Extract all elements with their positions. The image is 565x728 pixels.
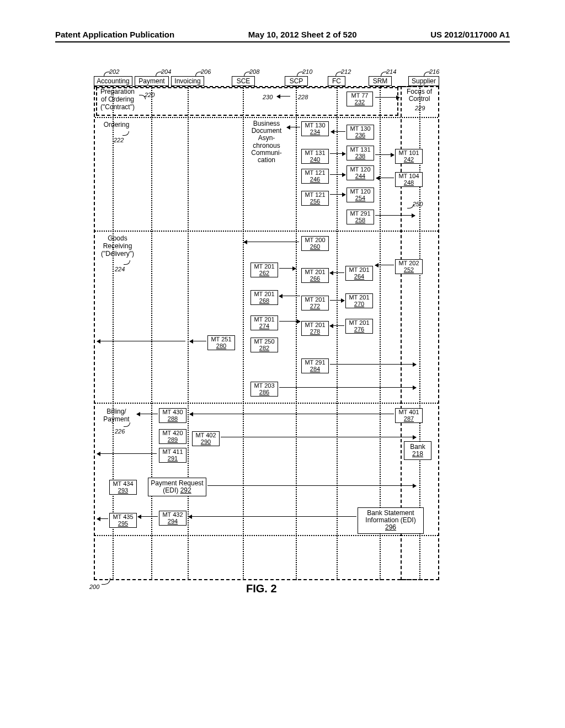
msg-mt420: MT 420289 xyxy=(159,429,186,444)
ref-214: 214 xyxy=(386,68,396,75)
col-fc: FC xyxy=(328,76,345,86)
diagram: 202 Accounting 204 Payment 206 Invoicing… xyxy=(94,72,475,590)
ref-212: 212 xyxy=(341,68,351,75)
msg-mt291a: MT 291258 xyxy=(347,210,374,224)
col-invoicing: Invoicing xyxy=(171,76,204,86)
msg-mt131b: MT 131238 xyxy=(347,146,374,160)
msg-mt104: MT 104248 xyxy=(395,172,423,187)
col-payment: Payment xyxy=(135,76,169,86)
msg-mt201f: MT 201270 xyxy=(345,293,373,308)
ref-206: 206 xyxy=(201,68,211,75)
msg-mt130b: MT 130236 xyxy=(347,125,374,140)
ref-230: 230 xyxy=(263,94,273,100)
msg-mt203: MT 203286 xyxy=(250,382,278,397)
ref-220: 220 xyxy=(145,92,154,98)
note-bdac: Business Document Asyn- chronous Communi… xyxy=(247,120,286,164)
header-left: Patent Application Publication xyxy=(55,30,174,39)
figure-label: FIG. 2 xyxy=(246,582,277,595)
msg-mt201i: MT 201276 xyxy=(345,319,373,334)
msg-mt201a: MT 201262 xyxy=(250,263,278,277)
msg-mt291b: MT 291284 xyxy=(301,358,329,373)
header-center: May 10, 2012 Sheet 2 of 520 xyxy=(248,30,357,39)
msg-mt411: MT 411291 xyxy=(159,448,186,463)
msg-mt434: MT 434293 xyxy=(109,480,137,495)
ref-208: 208 xyxy=(249,68,259,75)
msg-mt130a: MT 130234 xyxy=(301,121,329,136)
box-bankstmt: Bank Statement Information (EDI)296 xyxy=(358,507,424,534)
ref-210: 210 xyxy=(302,68,312,75)
msg-mt432: MT 432294 xyxy=(159,511,186,526)
msg-mt430: MT 430288 xyxy=(159,408,186,423)
ref-250: 250 xyxy=(413,201,423,207)
msg-mt201d: MT 201268 xyxy=(250,290,278,305)
msg-mt121a: MT 121246 xyxy=(301,169,329,184)
col-srm: SRM xyxy=(369,76,392,86)
page-header: Patent Application Publication May 10, 2… xyxy=(55,30,510,42)
msg-mt201c: MT 201264 xyxy=(345,266,373,281)
ref-229: 229 xyxy=(415,105,425,111)
ref-216: 216 xyxy=(429,68,439,75)
msg-mt250: MT 250282 xyxy=(250,338,278,352)
ref-228: 228 xyxy=(298,94,308,100)
col-accounting: Accounting xyxy=(94,76,132,86)
msg-mt120b: MT 120254 xyxy=(347,188,374,202)
msg-mt101: MT 101242 xyxy=(395,149,423,164)
msg-mt202: MT 202252 xyxy=(395,259,423,274)
msg-mt402: MT 402290 xyxy=(192,431,220,446)
row-delivery: Goods Receiving ("Delivery") xyxy=(98,235,137,258)
row-contract: Preparation of Ordering ("Contract") xyxy=(97,88,138,111)
msg-mt401: MT 401287 xyxy=(395,408,423,423)
row-ordering: Ordering xyxy=(100,121,132,129)
msg-mt77: MT 77232 xyxy=(347,92,373,106)
msg-mt201b: MT 201266 xyxy=(301,268,329,283)
ref-224: 224 xyxy=(115,266,125,272)
msg-mt201h: MT 201278 xyxy=(301,321,329,336)
msg-mt121b: MT 121256 xyxy=(301,191,329,206)
ref-200: 200 xyxy=(89,584,99,590)
box-payreq: Payment Request (EDI) 292 xyxy=(148,478,206,496)
ref-202: 202 xyxy=(109,68,119,75)
msg-mt251: MT 251280 xyxy=(207,335,235,350)
ref-204: 204 xyxy=(161,68,171,75)
msg-mt201g: MT 201274 xyxy=(250,315,278,330)
row-billing: Billing/ Payment xyxy=(100,408,132,424)
msg-mt120a: MT 120244 xyxy=(347,165,374,180)
col-supplier: Supplier xyxy=(408,76,439,86)
header-right: US 2012/0117000 A1 xyxy=(430,30,510,39)
msg-mt201e: MT 201272 xyxy=(301,296,329,311)
msg-mt131a: MT 131240 xyxy=(301,149,329,164)
box-bank: Bank218 xyxy=(404,441,431,460)
col-sce: SCE xyxy=(232,76,255,86)
focus-of-control: Focus of Control xyxy=(403,88,436,103)
ref-226: 226 xyxy=(115,428,125,435)
msg-mt435: MT 435295 xyxy=(109,513,137,528)
col-scp: SCP xyxy=(285,76,308,86)
msg-mt200: MT 200260 xyxy=(301,236,329,251)
ref-222: 222 xyxy=(114,137,124,143)
